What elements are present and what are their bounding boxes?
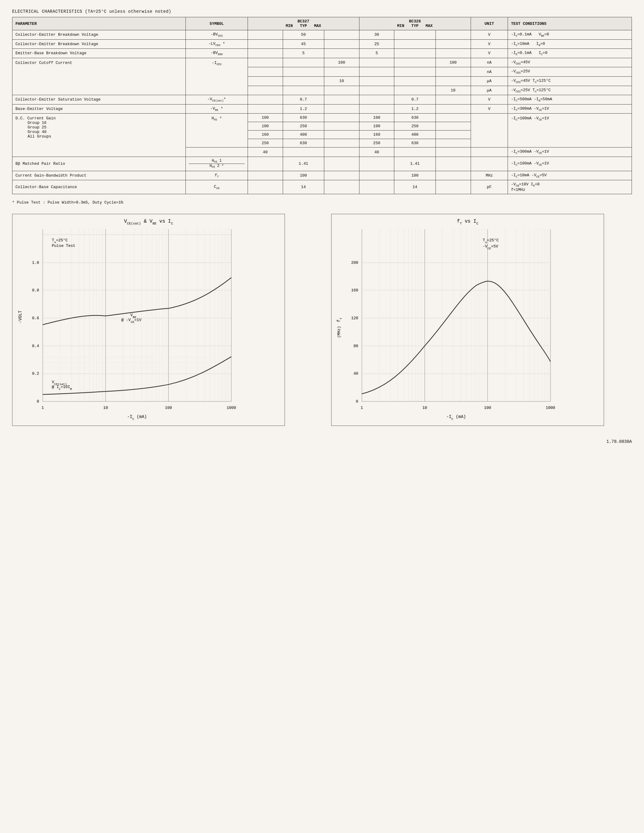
bc328-max-ices2 [435,67,471,77]
svg-text:-IC (mA): -IC (mA) [127,414,147,420]
svg-text:160: 160 [351,288,358,293]
symbol-mpr: HFE 1 HFE 2 * [186,157,248,171]
header-bc327: BC327MIN TYP MAX [248,17,359,30]
test-ices2: -VCES=25V [508,67,632,77]
param-lvceo: Collector-Emitter Breakdown Voltage [13,39,186,49]
test-lvceo: -IC=10mA IB=0 [508,39,632,49]
bc328-typ-lvceo [394,39,435,49]
bc328-min-vbe [359,104,394,114]
header-unit: UNIT [471,17,508,30]
unit-mpr [471,157,508,171]
param-ices: Collector Cutoff Current [13,58,186,95]
test-ices1: -VCES=45V [508,58,632,67]
chart2-svg: fT vs IC [331,214,604,426]
unit-hfe [471,114,508,148]
bc327-min-vbe [248,104,283,114]
bc327-max-bvces [324,30,359,40]
bc327-max-hfe16 [324,114,359,122]
symbol-vcesat: -VCE(sat)* [186,95,248,105]
row-hfe-16: D.C. Current Gain Group 16 Group 25 Grou… [13,114,632,122]
unit-lvceo: V [471,39,508,49]
test-hfe-all: -IC=300mA -VCE=1V [508,148,632,157]
bc328-min-bvces: 30 [359,30,394,40]
row-cob: Collector-Base Capacitance Cob 14 14 pF … [13,180,632,194]
unit-bvebo: V [471,49,508,58]
bc327-max-cob [324,180,359,194]
bc328-typ-mpr: 1.41 [394,157,435,171]
svg-text:@ IC=10IB: @ IC=10IB [52,385,72,391]
svg-text:100: 100 [165,405,172,410]
bc327-max-ices3: 10 [324,76,359,86]
test-ices3: -VCES=45V TA=125°C [508,76,632,86]
chart2-container: fT vs IC [331,214,632,427]
row-bvces: Collector-Emitter Breakdown Voltage -BVC… [13,30,632,40]
bc327-max-ices1: 100 [324,58,359,67]
row-lvceo: Collector-Emitter Breakdown Voltage -LVC… [13,39,632,49]
param-bvebo: Emitter-Base Breakdown Voltage [13,49,186,58]
test-bvces: -IC=0.1mA VBE=0 [508,30,632,40]
svg-text:0.8: 0.8 [32,288,39,293]
svg-text:10: 10 [103,405,108,410]
bc328-max-bvces [435,30,471,40]
unit-ft: MHz [471,171,508,180]
param-vcesat: Collector-Emitter Saturation Voltage [13,95,186,105]
svg-text:0: 0 [356,399,358,404]
bc327-typ-ft: 100 [283,171,324,180]
bc328-max-ices3 [435,76,471,86]
bc327-max-mpr [324,157,359,171]
bc328-min-ices2 [359,67,394,77]
svg-text:1000: 1000 [227,405,236,410]
chart1-container: VCE(sat) & VBE vs IC [12,214,313,427]
bc328-typ-ices3 [394,76,435,86]
unit-bvces: V [471,30,508,40]
bc328-typ-vcesat: 0.7 [394,95,435,105]
test-vcesat: -IC=500mA -IB=50mA [508,95,632,105]
symbol-ft: fT [186,171,248,180]
bc327-min-hfe-all: 40 [248,148,283,157]
characteristics-table: PARAMETER SYMBOL BC327MIN TYP MAX BC328M… [12,17,632,194]
bc327-max-vbe [324,104,359,114]
svg-text:1.0: 1.0 [32,260,39,265]
bc327-min-cob [248,180,283,194]
bc328-typ-ft: 100 [394,171,435,180]
bc328-typ-hfe16: 630 [394,114,435,122]
svg-text:100: 100 [484,405,491,410]
svg-text:80: 80 [353,344,358,348]
bc328-max-vcesat [435,95,471,105]
svg-text:TA=25°C: TA=25°C [483,238,499,244]
row-vbe: Base-Emitter Voltage -VBE * 1.2 1.2 V -I… [13,104,632,114]
bc327-max-vcesat [324,95,359,105]
test-mpr: -IC=100mA -VCE=1V [508,157,632,171]
test-vbe: -IC=300mA -VCE=1V [508,104,632,114]
bc328-min-hfe16: 100 [359,114,394,122]
test-cob: -VCB=10V IE=0f=1MHz [508,180,632,194]
bc328-typ-bvebo [394,49,435,58]
bc328-max-ft [435,171,471,180]
bc328-min-cob [359,180,394,194]
bc327-min-ices2 [248,67,283,77]
svg-text:-VOLT: -VOLT [18,310,23,323]
bc328-min-mpr [359,157,394,171]
bc328-min-lvceo: 25 [359,39,394,49]
bc327-min-vcesat [248,95,283,105]
bc327-min-ft [248,171,283,180]
chart1-svg: VCE(sat) & VBE vs IC [12,214,285,426]
svg-text:1: 1 [42,405,44,410]
symbol-lvceo: -LVCEO * [186,39,248,49]
unit-ices4: μA [471,86,508,95]
test-ft: -IC=10mA -VCE=5V [508,171,632,180]
bc328-min-ft [359,171,394,180]
bc327-typ-hfe16: 630 [283,114,324,122]
bc328-typ-ices1 [394,58,435,67]
test-ices4: -VCES=25V TA=125°C [508,86,632,95]
svg-text:Pulse Test: Pulse Test [52,244,76,248]
bc327-min-lvceo [248,39,283,49]
bc327-typ-hfe-all [283,148,324,157]
symbol-bvces: -BVCES [186,30,248,40]
bc328-typ-vbe: 1.2 [394,104,435,114]
svg-text:VCE(sat) & VBE  vs  IC: VCE(sat) & VBE vs IC [124,219,173,225]
header-bc328: BC328MIN TYP MAX [359,17,471,30]
bc327-typ-ices1 [283,58,324,67]
bc327-min-hfe16: 100 [248,114,283,122]
symbol-bvebo: -BVEBO [186,49,248,58]
